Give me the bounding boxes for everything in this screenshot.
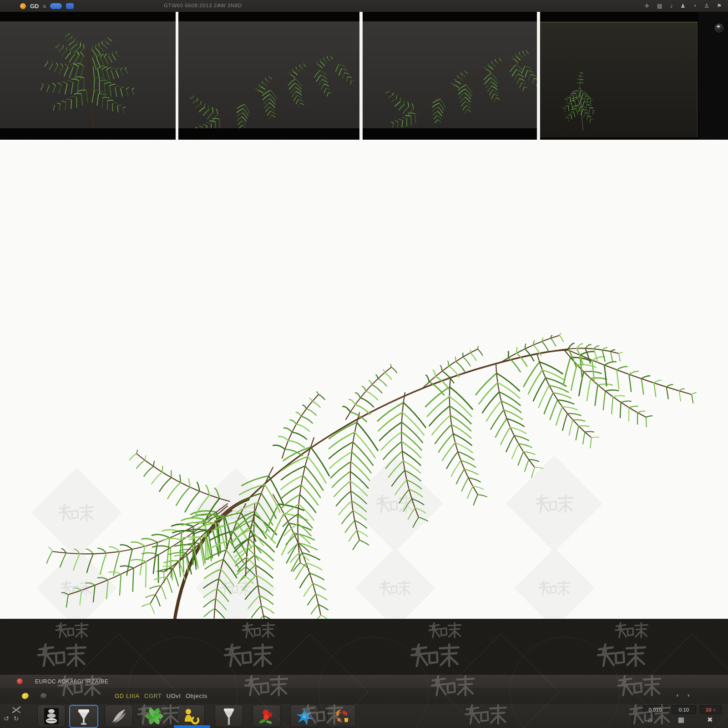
value-field-2[interactable]: 0:10 — [672, 705, 696, 714]
model-dark-icon — [41, 707, 61, 725]
person-icon[interactable]: ♙ — [704, 3, 709, 9]
menu-path: GD LIIIACGRTUOvIObjects — [115, 693, 207, 699]
fern-render-front — [0, 21, 176, 128]
tool-icon[interactable]: ✛ — [645, 3, 649, 9]
window-title: GTW60 6608:2013 2AW 3N8D — [164, 3, 242, 8]
leaf-tool-button[interactable] — [105, 705, 133, 727]
menu-segment[interactable]: Objects — [186, 693, 207, 699]
preview-viewport[interactable] — [540, 22, 698, 137]
watermark-diamond — [506, 455, 602, 552]
titlebar-actions: ✛▤♪♟◔♙⚑ — [645, 0, 722, 12]
model-library-button[interactable] — [37, 705, 66, 727]
render-thumbnail-strip — [0, 12, 728, 140]
leaf-tool-icon — [109, 707, 129, 725]
menu-segment[interactable]: UOvI — [167, 693, 181, 699]
thumbnail-render-1[interactable] — [0, 12, 176, 140]
bottom-dark-panel — [0, 619, 728, 675]
home-icon[interactable]: ⌂ — [648, 716, 652, 723]
watermark-diamond — [355, 548, 435, 628]
app-logo-icon[interactable] — [20, 3, 26, 9]
green-clover-button[interactable] — [140, 705, 168, 727]
orange-flower-icon — [332, 707, 352, 725]
znzmo-watermark-glyph — [219, 580, 253, 596]
plant-pot-icon — [74, 708, 94, 726]
znzmo-watermark-glyph — [379, 580, 412, 596]
blue-splat-icon — [294, 707, 314, 725]
yellow-figure-button[interactable] — [177, 705, 205, 727]
znzmo-watermark-glyph — [58, 504, 95, 522]
fern-render-side — [178, 21, 359, 128]
menu-circle-icons[interactable]: ◐ ◑ — [676, 692, 693, 698]
watermark-diamond — [191, 468, 281, 558]
znzmo-watermark-glyph — [217, 504, 254, 522]
main-3d-viewport[interactable] — [0, 140, 728, 619]
plant-funnel-button[interactable] — [215, 705, 243, 727]
watermark-diamond — [31, 468, 121, 558]
thumbnail-separator — [537, 12, 540, 140]
menu-row: GD LIIIACGRTUOvIObjects ◐ ◑ — [0, 688, 728, 704]
grid-icon[interactable]: ▦ — [678, 716, 684, 724]
red-flower-icon — [257, 707, 277, 725]
orange-flower-button[interactable] — [328, 705, 356, 727]
toggle-pill-icon[interactable] — [50, 3, 62, 9]
clock-icon[interactable]: ◔ — [693, 3, 696, 9]
znzmo-watermark-glyph — [535, 494, 574, 514]
record-dot-icon[interactable] — [17, 678, 23, 684]
value-field-3[interactable]: 10 ○ — [700, 705, 722, 714]
watermark-diamond — [514, 548, 595, 628]
znzmo-watermark-glyph — [375, 494, 415, 514]
figure-icon[interactable]: ♟ — [680, 3, 685, 9]
red-flower-button[interactable] — [253, 705, 281, 727]
watermark-diamond — [196, 548, 276, 628]
titlebar-small-label: a — [43, 3, 46, 9]
plant-pot-button[interactable] — [69, 705, 98, 728]
document-icon[interactable]: ▤ — [657, 3, 662, 9]
toolbar-right-cluster: 0.010 0:10 10 ○ ⌂ ▦ ✖ — [632, 704, 728, 728]
shading-sphere-icon[interactable] — [715, 24, 723, 32]
plant-funnel-icon — [219, 707, 239, 725]
menu-segment[interactable]: CGRT — [144, 693, 162, 699]
strip-end-panel — [698, 12, 728, 140]
flag-icon[interactable]: ⚑ — [717, 3, 722, 9]
znzmo-watermark-glyph — [60, 580, 93, 596]
watermark-diamond — [36, 548, 117, 628]
status-text: EUROC AOKA6GI IRZAIBE — [35, 678, 108, 685]
yellow-tool-icon[interactable] — [21, 693, 29, 700]
thumbnail-render-2[interactable] — [178, 12, 359, 140]
tool-cross-icon[interactable] — [11, 706, 23, 714]
value-field-1[interactable]: 0.010 — [642, 705, 668, 714]
titlebar: GD a GTW60 6608:2013 2AW 3N8D ✛▤♪♟◔♙⚑ — [0, 0, 728, 12]
green-clover-icon — [144, 707, 164, 725]
preview-viewport-panel[interactable] — [540, 12, 698, 140]
thumbnail-render-3[interactable] — [363, 12, 537, 140]
yellow-figure-icon — [181, 707, 201, 725]
close-icon[interactable]: ✖ — [707, 716, 713, 724]
redo-icon[interactable]: ↻ — [14, 715, 24, 722]
app-logo-text: GD — [30, 3, 39, 10]
fern-render-angle — [363, 21, 537, 128]
toggle-square-icon[interactable] — [66, 3, 74, 9]
watermark-diamond — [347, 455, 443, 552]
undo-icon[interactable]: ↺ — [4, 715, 14, 722]
main-toolbar: ↺↻ 0.010 0:10 10 ○ ⌂ ▦ ✖ — [0, 704, 728, 728]
active-tool-underline — [174, 725, 210, 728]
blue-splat-button[interactable] — [290, 705, 318, 727]
menu-segment[interactable]: GD LIIIA — [115, 693, 140, 699]
toolbar-mini-column: ↺↻ — [0, 704, 36, 728]
thumbnail-separator — [359, 12, 363, 140]
status-row: EUROC AOKA6GI IRZAIBE — [0, 675, 728, 688]
sound-icon[interactable]: ♪ — [670, 3, 672, 9]
gray-tool-icon[interactable] — [40, 693, 46, 698]
fern-preview-small — [540, 22, 697, 137]
znzmo-watermark-glyph — [538, 580, 571, 596]
